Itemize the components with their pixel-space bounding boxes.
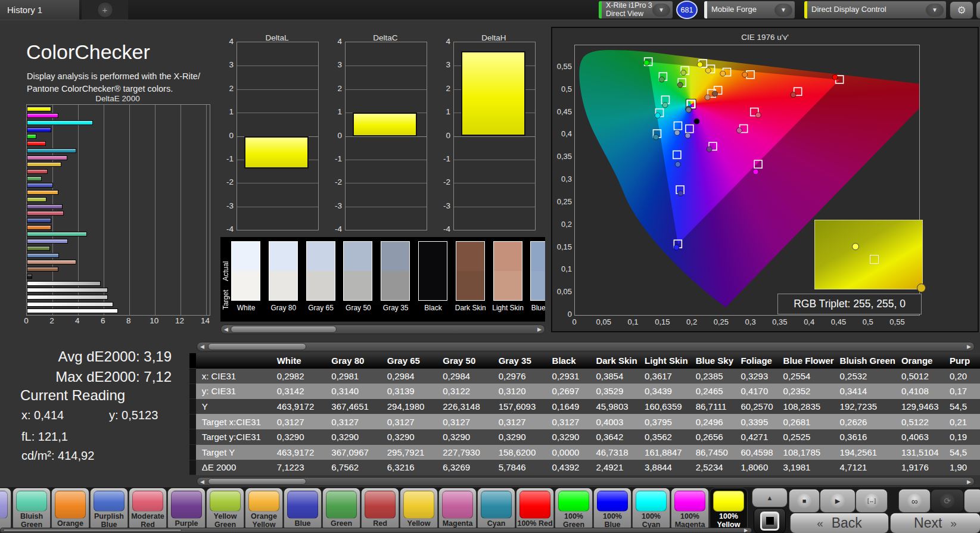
swatch-scrollbar-thumb[interactable]: [231, 326, 337, 333]
pattern-list-up-button[interactable]: ▲: [752, 488, 787, 507]
pattern-scrollbar-thumb[interactable]: [3, 529, 182, 532]
back-button[interactable]: « Back: [791, 513, 888, 533]
deltac-ytick-label: 3: [330, 60, 342, 69]
swatch-dark-skin: [456, 241, 485, 301]
top-bar: History 1 + X-Rite i1Pro 3Direct View ▼ …: [0, 0, 980, 20]
cell-value: 0,2532: [834, 369, 895, 384]
pattern-button-purplish-blue[interactable]: Purplish Blue: [91, 488, 127, 531]
pattern-button-100-blue[interactable]: 100% Blue: [594, 488, 631, 531]
pattern-button-green[interactable]: Green: [323, 488, 360, 531]
next-button[interactable]: Next »: [891, 513, 980, 533]
table-scrollbar-top[interactable]: ◀ ▶: [197, 342, 975, 351]
pattern-button-red[interactable]: Red: [362, 488, 399, 531]
table-scrollbar-bottom-thumb[interactable]: [208, 478, 306, 485]
scroll-right-icon[interactable]: ▶: [741, 528, 751, 532]
cell-value: 0,3139: [381, 384, 437, 399]
pattern-button-blue[interactable]: Blue: [284, 488, 321, 531]
cie-measured-dot: [678, 191, 683, 196]
cell-value: 45,9803: [590, 399, 639, 414]
cell-value: 3,8844: [639, 460, 690, 475]
swatch-scrollbar[interactable]: ◀ ▶: [220, 325, 545, 334]
source-dropdown[interactable]: Mobile Forge ▼: [704, 1, 795, 18]
loop-button[interactable]: ∞: [899, 490, 930, 512]
cie-xtick-label: 0,05: [592, 317, 615, 326]
deltah-ylabels: 43210-1-2-3-4: [438, 42, 452, 229]
cell-value: 0,3854: [590, 369, 639, 384]
scroll-right-icon[interactable]: ▶: [964, 342, 974, 351]
cell-value: 0,2976: [493, 369, 546, 384]
pattern-button-magenta[interactable]: Magenta: [439, 488, 476, 531]
column-header: Bluish Green: [834, 353, 895, 369]
deltae-xtick-label: 14: [198, 316, 213, 325]
column-header: Gray 65: [381, 353, 437, 369]
pattern-button-er[interactable]: er: [0, 488, 11, 531]
swatch-gray-80: [269, 241, 298, 301]
scroll-right-icon[interactable]: ▶: [964, 478, 974, 485]
cell-value: 0,2554: [777, 369, 834, 384]
deltal-ytick-label: -2: [222, 177, 234, 186]
settings-button[interactable]: ⚙: [950, 1, 973, 19]
deltal-ytick-label: 1: [222, 107, 234, 116]
cell-value: 0,3414: [834, 384, 895, 399]
pattern-button-orange-yellow[interactable]: Orange Yellow: [245, 488, 282, 531]
cell-value: 0,21: [944, 414, 980, 429]
pattern-button-yellow[interactable]: Yellow: [400, 488, 437, 531]
blank-pattern-button[interactable]: [754, 509, 785, 533]
swatch-light-skin: [493, 241, 522, 301]
cell-value: 0,3617: [639, 369, 690, 384]
partial-toolbar-button[interactable]: [976, 1, 980, 19]
pattern-button-orange[interactable]: Orange: [52, 488, 89, 531]
pattern-button-purple[interactable]: Purple: [168, 488, 205, 531]
scroll-left-icon[interactable]: ◀: [221, 325, 231, 333]
cell-value: 0,3290: [493, 429, 546, 445]
scroll-right-icon[interactable]: ▶: [534, 325, 545, 333]
pattern-button-bluish-green[interactable]: Bluish Green: [13, 488, 50, 531]
pattern-button-100-green[interactable]: 100% Green: [555, 488, 592, 531]
chevron-down-icon: ▼: [926, 4, 944, 17]
meter-dropdown[interactable]: X-Rite i1Pro 3Direct View ▼: [599, 1, 673, 18]
add-tab-button[interactable]: +: [82, 0, 128, 20]
table-scrollbar-top-thumb[interactable]: [208, 343, 306, 350]
cie-measured-dot: [674, 130, 680, 135]
scroll-left-icon[interactable]: ◀: [197, 342, 207, 351]
row-label: y: CIE31: [196, 384, 271, 399]
deltae-xtick-label: 8: [121, 316, 136, 325]
control-dropdown[interactable]: Direct Display Control ▼: [804, 1, 946, 18]
deltah-chart-title: DeltaH: [453, 33, 534, 42]
cie-ytick-label: 0,55: [553, 62, 572, 71]
deltac-gridline: [346, 89, 427, 90]
deltah-ytick-label: 3: [438, 60, 450, 69]
cie-panel: CIE 1976 u'v' 00,050,10,150,20,250,30,35…: [551, 27, 979, 332]
table-row: x: CIE310,29820,29810,29840,29840,29760,…: [189, 369, 980, 384]
pattern-button-100-cyan[interactable]: 100% Cyan: [633, 488, 670, 531]
pattern-button-100-yellow[interactable]: 100% Yellow: [710, 488, 747, 531]
extra-button[interactable]: [965, 490, 980, 512]
inset-edge-dot: [917, 283, 926, 292]
deltac-gridline: [346, 136, 427, 137]
deltac-gridline: [346, 160, 427, 160]
swatch-label: Gray 35: [375, 304, 416, 312]
tab-history-1[interactable]: History 1: [0, 0, 79, 20]
pattern-button-yellow-green[interactable]: Yellow Green: [207, 488, 244, 531]
deltac-ytick-label: 4: [330, 37, 342, 46]
table-scrollbar-bottom[interactable]: ◀ ▶: [197, 477, 975, 486]
play-button[interactable]: ▶: [820, 490, 855, 512]
cell-value: 0,2626: [834, 414, 895, 429]
pattern-scrollbar[interactable]: ▶: [0, 528, 752, 533]
cie-target-square: [673, 151, 681, 158]
deltah-gridline: [454, 136, 535, 137]
refresh-button[interactable]: ⟳: [931, 490, 963, 512]
pattern-button-100-red[interactable]: 100% Red: [517, 488, 553, 531]
pattern-button-cyan[interactable]: Cyan: [478, 488, 515, 531]
deltac-ytick-label: -3: [330, 201, 342, 210]
pattern-button-moderate-red[interactable]: Moderate Red: [129, 488, 166, 531]
cell-value: 0,0000: [546, 445, 590, 460]
deltal-ytick-label: 0: [222, 131, 234, 140]
deltae-bar-orange-yellow: [27, 190, 58, 195]
cell-value: 0,3127: [493, 414, 546, 429]
cie-ytick-label: 0,1: [553, 264, 572, 273]
stop-button[interactable]: ■: [789, 490, 819, 512]
pattern-window-button[interactable]: [↔]: [856, 490, 887, 512]
scroll-left-icon[interactable]: ◀: [197, 478, 207, 485]
pattern-button-100-magenta[interactable]: 100% Magenta: [671, 488, 708, 531]
